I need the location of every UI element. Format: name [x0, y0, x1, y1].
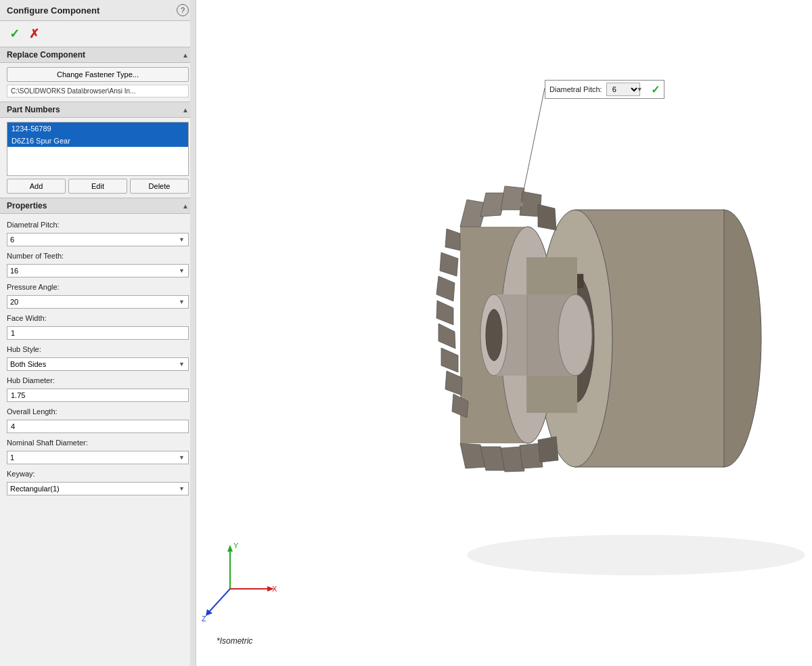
callout-diametral-select[interactable]: 456810: [606, 83, 640, 96]
svg-marker-26: [538, 437, 558, 462]
change-fastener-button[interactable]: Change Fastener Type...: [7, 67, 189, 82]
svg-text:X: X: [272, 585, 277, 593]
gear-3d-view: Y X Z: [196, 0, 812, 666]
shaft-diameter-select[interactable]: 0.50.7511.251.5: [7, 451, 189, 464]
scrollbar-track[interactable]: [190, 0, 196, 666]
left-panel: Configure Component ? ✓ ✗ Replace Compon…: [0, 0, 196, 666]
callout-confirm-icon[interactable]: ✓: [651, 83, 660, 96]
diametral-pitch-label: Diametral Pitch:: [7, 221, 189, 229]
num-teeth-select[interactable]: 1214161820: [7, 264, 189, 278]
parts-list-item[interactable]: 1234-56789: [7, 123, 188, 135]
collapse-replace-icon: ▲: [182, 51, 189, 59]
properties-body: Diametral Pitch: 456810 Number of Teeth:…: [0, 214, 196, 500]
shaft-diameter-label: Nominal Shaft Diameter:: [7, 439, 189, 447]
face-width-input[interactable]: [7, 326, 189, 340]
collapse-properties-icon: ▲: [182, 202, 189, 210]
replace-component-section-header[interactable]: Replace Component ▲: [0, 47, 196, 63]
diametral-pitch-select[interactable]: 456810: [7, 233, 189, 246]
confirm-button[interactable]: ✓: [7, 25, 22, 43]
callout-select-wrapper: 456810: [606, 83, 647, 96]
parts-list: 1234-56789 D6Z16 Spur Gear: [7, 122, 189, 176]
pressure-angle-wrapper: 14.52025: [7, 295, 189, 309]
toolbar-row: ✓ ✗: [0, 21, 196, 47]
pressure-angle-label: Pressure Angle:: [7, 283, 189, 291]
hub-style-select[interactable]: NoneOne SideBoth Sides: [7, 357, 189, 371]
file-path-text: C:\SOLIDWORKS Data\browser\Ansi In...: [7, 85, 189, 97]
properties-title: Properties: [7, 201, 47, 210]
keyway-wrapper: NoneRectangular(1)Rectangular(2): [7, 482, 189, 495]
scrollable-content: Replace Component ▲ Change Fastener Type…: [0, 47, 196, 666]
gear-svg: Y X Z: [196, 0, 812, 666]
parts-list-item[interactable]: D6Z16 Spur Gear: [7, 135, 188, 147]
part-numbers-body: 1234-56789 D6Z16 Spur Gear Add Edit Dele…: [0, 118, 196, 198]
cancel-button[interactable]: ✗: [26, 25, 42, 43]
panel-header: Configure Component ?: [0, 0, 196, 21]
svg-point-1: [467, 535, 805, 575]
replace-component-title: Replace Component: [7, 50, 85, 60]
shaft-diameter-wrapper: 0.50.7511.251.5: [7, 451, 189, 464]
part-numbers-title: Part Numbers: [7, 105, 60, 114]
svg-point-35: [519, 202, 523, 206]
callout-label: Diametral Pitch:: [549, 85, 602, 93]
viewport: Y X Z Diametral Pitch: 456810 ✓ *Isometr…: [196, 0, 812, 666]
overall-length-label: Overall Length:: [7, 407, 189, 416]
panel-title: Configure Component: [7, 5, 99, 16]
pressure-angle-select[interactable]: 14.52025: [7, 295, 189, 309]
svg-point-33: [558, 294, 592, 376]
hub-diameter-input[interactable]: [7, 388, 189, 402]
num-teeth-wrapper: 1214161820: [7, 264, 189, 278]
hub-diameter-label: Hub Diameter:: [7, 376, 189, 384]
diametral-pitch-wrapper: 456810: [7, 233, 189, 246]
isometric-label: *Isometric: [217, 636, 252, 646]
parts-buttons: Add Edit Delete: [7, 179, 189, 194]
keyway-label: Keyway:: [7, 470, 189, 478]
part-numbers-section-header[interactable]: Part Numbers ▲: [0, 102, 196, 118]
delete-button[interactable]: Delete: [130, 179, 189, 194]
svg-text:Z: Z: [202, 615, 206, 623]
collapse-parts-icon: ▲: [182, 106, 189, 114]
replace-component-body: Change Fastener Type... C:\SOLIDWORKS Da…: [0, 63, 196, 102]
add-button[interactable]: Add: [7, 179, 66, 194]
hub-style-label: Hub Style:: [7, 345, 189, 353]
svg-text:Y: Y: [233, 541, 239, 550]
overall-length-input[interactable]: [7, 420, 189, 433]
num-teeth-label: Number of Teeth:: [7, 252, 189, 260]
keyway-select[interactable]: NoneRectangular(1)Rectangular(2): [7, 482, 189, 495]
properties-section-header[interactable]: Properties ▲: [0, 198, 196, 214]
svg-marker-13: [538, 204, 556, 230]
callout-box: Diametral Pitch: 456810 ✓: [545, 80, 664, 99]
edit-button[interactable]: Edit: [68, 179, 127, 194]
hub-style-wrapper: NoneOne SideBoth Sides: [7, 357, 189, 371]
svg-point-30: [486, 309, 502, 361]
face-width-label: Face Width:: [7, 314, 189, 322]
help-icon[interactable]: ?: [177, 4, 189, 16]
